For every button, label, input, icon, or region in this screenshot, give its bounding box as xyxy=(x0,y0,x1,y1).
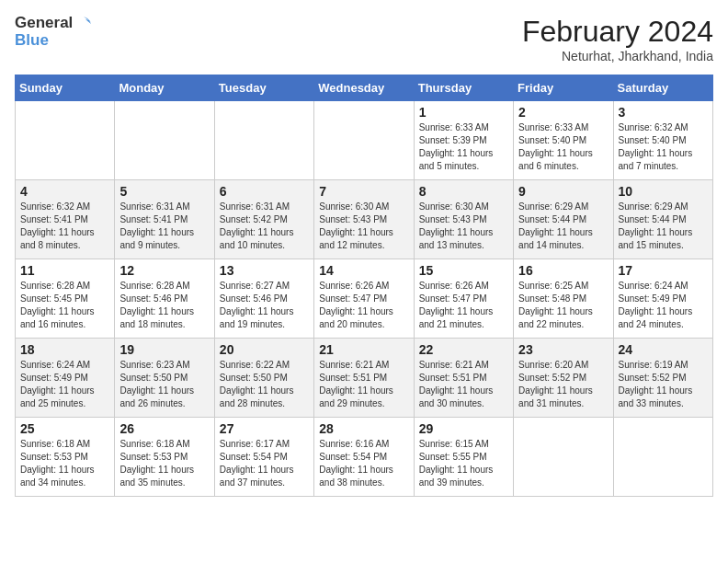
day-number: 11 xyxy=(20,263,109,278)
day-info: Sunrise: 6:19 AM Sunset: 5:52 PM Dayligh… xyxy=(619,359,708,410)
day-info: Sunrise: 6:25 AM Sunset: 5:48 PM Dayligh… xyxy=(518,280,608,331)
calendar-cell: 4Sunrise: 6:32 AM Sunset: 5:41 PM Daylig… xyxy=(16,180,115,259)
logo-bird-icon xyxy=(74,15,91,31)
calendar-cell: 21Sunrise: 6:21 AM Sunset: 5:51 PM Dayli… xyxy=(314,339,414,418)
calendar-cell: 15Sunrise: 6:26 AM Sunset: 5:47 PM Dayli… xyxy=(414,259,513,339)
calendar-cell: 12Sunrise: 6:28 AM Sunset: 5:46 PM Dayli… xyxy=(115,259,214,339)
subtitle: Neturhat, Jharkhand, India xyxy=(522,49,713,63)
day-number: 23 xyxy=(518,342,608,357)
header-cell-tuesday: Tuesday xyxy=(214,75,313,101)
day-number: 6 xyxy=(220,184,309,199)
calendar-cell: 22Sunrise: 6:21 AM Sunset: 5:51 PM Dayli… xyxy=(414,339,513,418)
day-info: Sunrise: 6:28 AM Sunset: 5:46 PM Dayligh… xyxy=(119,280,209,331)
day-info: Sunrise: 6:18 AM Sunset: 5:53 PM Dayligh… xyxy=(119,438,209,489)
day-info: Sunrise: 6:26 AM Sunset: 5:47 PM Dayligh… xyxy=(419,280,508,331)
week-row-2: 4Sunrise: 6:32 AM Sunset: 5:41 PM Daylig… xyxy=(16,180,713,259)
calendar-cell: 9Sunrise: 6:29 AM Sunset: 5:44 PM Daylig… xyxy=(514,180,613,259)
calendar-cell: 1Sunrise: 6:33 AM Sunset: 5:39 PM Daylig… xyxy=(414,101,513,180)
calendar-cell xyxy=(514,418,613,497)
calendar-cell: 3Sunrise: 6:32 AM Sunset: 5:40 PM Daylig… xyxy=(613,101,712,180)
calendar-cell: 8Sunrise: 6:30 AM Sunset: 5:43 PM Daylig… xyxy=(414,180,513,259)
day-info: Sunrise: 6:31 AM Sunset: 5:42 PM Dayligh… xyxy=(220,201,309,252)
day-number: 8 xyxy=(419,184,508,199)
calendar-cell: 16Sunrise: 6:25 AM Sunset: 5:48 PM Dayli… xyxy=(514,259,613,339)
calendar-cell: 23Sunrise: 6:20 AM Sunset: 5:52 PM Dayli… xyxy=(514,339,613,418)
day-number: 17 xyxy=(619,263,708,278)
day-number: 7 xyxy=(319,184,408,199)
day-info: Sunrise: 6:33 AM Sunset: 5:40 PM Dayligh… xyxy=(518,121,608,173)
day-info: Sunrise: 6:32 AM Sunset: 5:40 PM Dayligh… xyxy=(619,121,708,173)
day-info: Sunrise: 6:21 AM Sunset: 5:51 PM Dayligh… xyxy=(419,359,508,410)
calendar-cell: 2Sunrise: 6:33 AM Sunset: 5:40 PM Daylig… xyxy=(514,101,613,180)
day-info: Sunrise: 6:23 AM Sunset: 5:50 PM Dayligh… xyxy=(119,359,209,410)
day-number: 3 xyxy=(619,105,708,120)
day-info: Sunrise: 6:27 AM Sunset: 5:46 PM Dayligh… xyxy=(220,280,309,331)
calendar-cell: 19Sunrise: 6:23 AM Sunset: 5:50 PM Dayli… xyxy=(115,339,214,418)
main-title: February 2024 xyxy=(522,15,713,49)
title-block: February 2024 Neturhat, Jharkhand, India xyxy=(522,15,713,63)
svg-marker-1 xyxy=(85,19,91,24)
calendar-cell: 10Sunrise: 6:29 AM Sunset: 5:44 PM Dayli… xyxy=(613,180,712,259)
calendar-cell xyxy=(16,101,115,180)
day-info: Sunrise: 6:30 AM Sunset: 5:43 PM Dayligh… xyxy=(419,201,508,252)
day-number: 12 xyxy=(119,263,209,278)
header-cell-monday: Monday xyxy=(115,75,214,101)
week-row-5: 25Sunrise: 6:18 AM Sunset: 5:53 PM Dayli… xyxy=(16,418,713,497)
page-header: General Blue February 2024 Neturhat, Jha… xyxy=(15,15,713,63)
day-info: Sunrise: 6:20 AM Sunset: 5:52 PM Dayligh… xyxy=(518,359,608,410)
day-number: 19 xyxy=(119,342,209,357)
day-number: 26 xyxy=(119,421,209,436)
day-number: 4 xyxy=(20,184,109,199)
day-number: 29 xyxy=(419,421,508,436)
day-info: Sunrise: 6:24 AM Sunset: 5:49 PM Dayligh… xyxy=(619,280,708,331)
header-cell-sunday: Sunday xyxy=(16,75,115,101)
calendar-cell: 11Sunrise: 6:28 AM Sunset: 5:45 PM Dayli… xyxy=(16,259,115,339)
day-info: Sunrise: 6:31 AM Sunset: 5:41 PM Dayligh… xyxy=(119,201,209,252)
header-cell-saturday: Saturday xyxy=(613,75,712,101)
day-info: Sunrise: 6:17 AM Sunset: 5:54 PM Dayligh… xyxy=(220,438,309,489)
week-row-1: 1Sunrise: 6:33 AM Sunset: 5:39 PM Daylig… xyxy=(16,101,713,180)
day-number: 13 xyxy=(220,263,309,278)
day-number: 28 xyxy=(319,421,408,436)
week-row-3: 11Sunrise: 6:28 AM Sunset: 5:45 PM Dayli… xyxy=(16,259,713,339)
calendar-cell xyxy=(214,101,313,180)
day-number: 5 xyxy=(119,184,209,199)
day-number: 20 xyxy=(220,342,309,357)
calendar-cell: 29Sunrise: 6:15 AM Sunset: 5:55 PM Dayli… xyxy=(414,418,513,497)
calendar-cell: 26Sunrise: 6:18 AM Sunset: 5:53 PM Dayli… xyxy=(115,418,214,497)
day-info: Sunrise: 6:16 AM Sunset: 5:54 PM Dayligh… xyxy=(319,438,408,489)
calendar-cell xyxy=(314,101,414,180)
day-info: Sunrise: 6:15 AM Sunset: 5:55 PM Dayligh… xyxy=(419,438,508,489)
day-info: Sunrise: 6:28 AM Sunset: 5:45 PM Dayligh… xyxy=(20,280,109,331)
day-number: 16 xyxy=(518,263,608,278)
day-number: 14 xyxy=(319,263,408,278)
calendar-cell: 17Sunrise: 6:24 AM Sunset: 5:49 PM Dayli… xyxy=(613,259,712,339)
day-info: Sunrise: 6:21 AM Sunset: 5:51 PM Dayligh… xyxy=(319,359,408,410)
calendar-cell: 18Sunrise: 6:24 AM Sunset: 5:49 PM Dayli… xyxy=(16,339,115,418)
calendar-cell: 5Sunrise: 6:31 AM Sunset: 5:41 PM Daylig… xyxy=(115,180,214,259)
calendar-cell: 7Sunrise: 6:30 AM Sunset: 5:43 PM Daylig… xyxy=(314,180,414,259)
day-info: Sunrise: 6:32 AM Sunset: 5:41 PM Dayligh… xyxy=(20,201,109,252)
calendar-cell: 6Sunrise: 6:31 AM Sunset: 5:42 PM Daylig… xyxy=(214,180,313,259)
header-cell-wednesday: Wednesday xyxy=(314,75,414,101)
logo-wordmark: General Blue xyxy=(15,15,91,49)
svg-marker-0 xyxy=(84,17,91,22)
day-number: 2 xyxy=(518,105,608,120)
day-info: Sunrise: 6:30 AM Sunset: 5:43 PM Dayligh… xyxy=(319,201,408,252)
day-number: 18 xyxy=(20,342,109,357)
day-info: Sunrise: 6:26 AM Sunset: 5:47 PM Dayligh… xyxy=(319,280,408,331)
logo: General Blue xyxy=(15,15,91,49)
day-number: 24 xyxy=(619,342,708,357)
header-cell-friday: Friday xyxy=(514,75,613,101)
calendar-cell: 25Sunrise: 6:18 AM Sunset: 5:53 PM Dayli… xyxy=(16,418,115,497)
calendar-cell xyxy=(613,418,712,497)
day-info: Sunrise: 6:22 AM Sunset: 5:50 PM Dayligh… xyxy=(220,359,309,410)
day-number: 27 xyxy=(220,421,309,436)
calendar-cell: 28Sunrise: 6:16 AM Sunset: 5:54 PM Dayli… xyxy=(314,418,414,497)
day-number: 9 xyxy=(518,184,608,199)
week-row-4: 18Sunrise: 6:24 AM Sunset: 5:49 PM Dayli… xyxy=(16,339,713,418)
calendar-cell: 24Sunrise: 6:19 AM Sunset: 5:52 PM Dayli… xyxy=(613,339,712,418)
day-number: 15 xyxy=(419,263,508,278)
day-number: 25 xyxy=(20,421,109,436)
day-info: Sunrise: 6:33 AM Sunset: 5:39 PM Dayligh… xyxy=(419,121,508,173)
